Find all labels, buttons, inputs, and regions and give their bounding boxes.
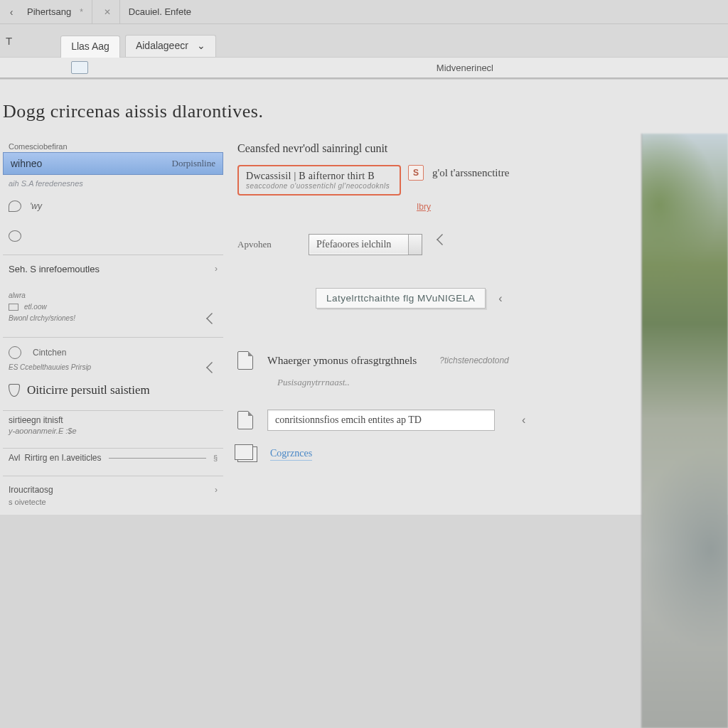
sidebar-block-3[interactable]: Cintchen ES Ccebelthauuies Prirsip Oitic… bbox=[3, 338, 223, 411]
sidebar-block-4-value: y-aoonanmeir.E :$e bbox=[3, 427, 223, 448]
inner-tab-2-label: Aidalageecr bbox=[136, 40, 188, 51]
sidebar-block-1-text: 'wy bbox=[30, 201, 42, 211]
content-area: Dogg crircenas aissis dlarontives. Comes… bbox=[0, 79, 728, 515]
inner-tab-2[interactable]: Aidalageecr ⌄ bbox=[125, 35, 216, 57]
preview-panel bbox=[641, 134, 728, 728]
sidebar-block-2-line2: etl.oow bbox=[24, 301, 47, 313]
sidebar-inline-text: Rirtirg en I.aveiticles bbox=[24, 453, 101, 463]
sidebar-inline-field[interactable]: Avl Rirtirg en I.aveiticles § bbox=[3, 449, 223, 476]
document-bar-label: Midvenerinecl bbox=[437, 63, 493, 73]
sidebar-block-4-title: sirtieegn itnisft bbox=[3, 411, 223, 427]
pages-icon bbox=[237, 446, 257, 462]
sidebar-block-2[interactable]: › Seh. S inrefoemoutles alwra etl.oow Bw… bbox=[3, 255, 223, 338]
sidebar-muted-link[interactable]: aih S.A feredenesnes bbox=[3, 175, 223, 192]
field-row-1: Apvohen Pfefaoores ielchiln bbox=[237, 234, 707, 255]
window-topbar: ‹ Pihertsang * ✕ Dcauiel. Enfete T Llas … bbox=[0, 0, 728, 79]
alert-line-2: seaccodone o'uossentichl gl'neocodoknls bbox=[246, 182, 392, 190]
document-bar: Midvenerinecl bbox=[0, 57, 728, 78]
field-1-label: Apvohen bbox=[237, 239, 294, 250]
underline-icon bbox=[109, 458, 206, 459]
section-2-row: Whaerger ymonus ofrasgtrgthnels ?tichste… bbox=[237, 351, 707, 370]
tab-primary[interactable]: Pihertsang * bbox=[18, 0, 92, 24]
section-3-value: conritsionnsfios emcih entites ap TD bbox=[275, 414, 422, 425]
sidebar-block-3-sub: ES Ccebelthauuies Prirsip bbox=[9, 362, 91, 373]
close-icon[interactable]: ✕ bbox=[104, 7, 111, 17]
link-row: Cogrznces bbox=[237, 446, 707, 462]
sidebar-block-3-main[interactable]: Oiticirre persuitl saistiem bbox=[9, 383, 218, 397]
sidebar-footer-title: Iroucritaosg bbox=[9, 485, 53, 495]
pencil-icon[interactable] bbox=[437, 234, 448, 245]
section-heading: Ceansfed nevr'odl sainringl cunit bbox=[237, 142, 387, 155]
pencil-icon[interactable] bbox=[206, 313, 218, 324]
tool-t-label[interactable]: T bbox=[6, 35, 12, 57]
sidebar-header-right: Dorpisnline bbox=[172, 158, 215, 169]
section-2-title: Whaerger ymonus ofrasgtrgthnels bbox=[267, 354, 417, 367]
chevron-right-icon: › bbox=[215, 485, 218, 495]
sidebar-block-3-small: Cintchen bbox=[33, 348, 66, 358]
circle-icon bbox=[9, 230, 21, 242]
chevron-left-icon[interactable]: ‹ bbox=[498, 292, 502, 305]
field-1-value: Pfefaoores ielchiln bbox=[316, 239, 391, 250]
tag-icon bbox=[9, 304, 18, 311]
sidebar: Comesciobefiran wihneo Dorpisnline aih S… bbox=[3, 141, 223, 515]
section-2-aside: ?tichstenecdotond bbox=[439, 355, 508, 365]
section-3-row: conritsionnsfios emcih entites ap TD ‹ bbox=[237, 410, 707, 431]
pencil-icon[interactable] bbox=[206, 362, 218, 373]
tab-star-icon[interactable]: * bbox=[80, 7, 83, 17]
tab-primary-label: Pihertsang bbox=[27, 6, 71, 17]
sidebar-header[interactable]: wihneo Dorpisnline bbox=[3, 152, 223, 175]
sidebar-footer-sub: s oivetecte bbox=[9, 495, 218, 506]
alert-trail-text: g'ol t'arssnenctitre bbox=[432, 167, 509, 179]
loop-icon bbox=[9, 200, 21, 212]
sidebar-small-caption: Comesciobefiran bbox=[3, 141, 223, 152]
chevron-left-icon[interactable]: ‹ bbox=[522, 414, 525, 427]
chevron-down-icon[interactable]: ⌄ bbox=[197, 40, 205, 51]
link-cogrznces[interactable]: Cogrznces bbox=[270, 448, 312, 461]
sidebar-inline-end: § bbox=[213, 454, 218, 462]
ribbon-row: T Llas Aag Aidalageecr ⌄ bbox=[0, 24, 728, 57]
alert-line-1: Dwcassisil | B aifternor thirt B bbox=[246, 171, 392, 182]
page-icon bbox=[237, 351, 253, 370]
sidebar-footer[interactable]: › Iroucritaosg s oivetecte bbox=[3, 476, 223, 515]
titlebar-row: ‹ Pihertsang * ✕ Dcauiel. Enfete bbox=[0, 0, 728, 24]
sidebar-block-2-title: Seh. S inrefoemoutles bbox=[9, 264, 100, 274]
chevron-right-icon: › bbox=[215, 264, 218, 274]
sidebar-header-left: wihneo bbox=[11, 158, 42, 169]
tab-secondary[interactable]: Dcauiel. Enfete bbox=[120, 0, 200, 24]
tab-secondary-label: Dcauiel. Enfete bbox=[129, 6, 191, 17]
shield-icon bbox=[9, 384, 20, 397]
page-icon bbox=[237, 411, 253, 429]
sidebar-block-1: 'wy bbox=[3, 192, 223, 255]
sidebar-block-3-main-label: Oiticirre persuitl saistiem bbox=[27, 383, 150, 397]
page-title: Dogg crircenas aissis dlarontives. bbox=[3, 98, 728, 141]
alert-tiny-link[interactable]: Ibry bbox=[417, 202, 431, 212]
sidebar-inline-prefix: Avl bbox=[9, 453, 20, 463]
inner-tab-1[interactable]: Llas Aag bbox=[60, 36, 120, 58]
sidebar-block-2-line1: alwra bbox=[9, 290, 218, 301]
tab-close-only[interactable]: ✕ bbox=[92, 0, 120, 24]
field-1-combobox[interactable]: Pfefaoores ielchiln bbox=[309, 234, 422, 255]
section-3-input[interactable]: conritsionnsfios emcih entites ap TD bbox=[267, 410, 495, 431]
document-icon[interactable] bbox=[71, 61, 88, 74]
token-value: Latyelrttchaithte flg MVuNIGELA bbox=[326, 293, 475, 304]
pie-icon bbox=[9, 346, 21, 359]
alert-box[interactable]: Dwcassisil | B aifternor thirt B seaccod… bbox=[237, 165, 401, 196]
token-box[interactable]: Latyelrttchaithte flg MVuNIGELA bbox=[316, 288, 486, 309]
alert-action-button[interactable]: S bbox=[408, 165, 424, 181]
back-chevron-icon[interactable]: ‹ bbox=[4, 6, 18, 18]
sidebar-block-2-line3: Bwonl clrchy/sriones! bbox=[9, 313, 75, 324]
